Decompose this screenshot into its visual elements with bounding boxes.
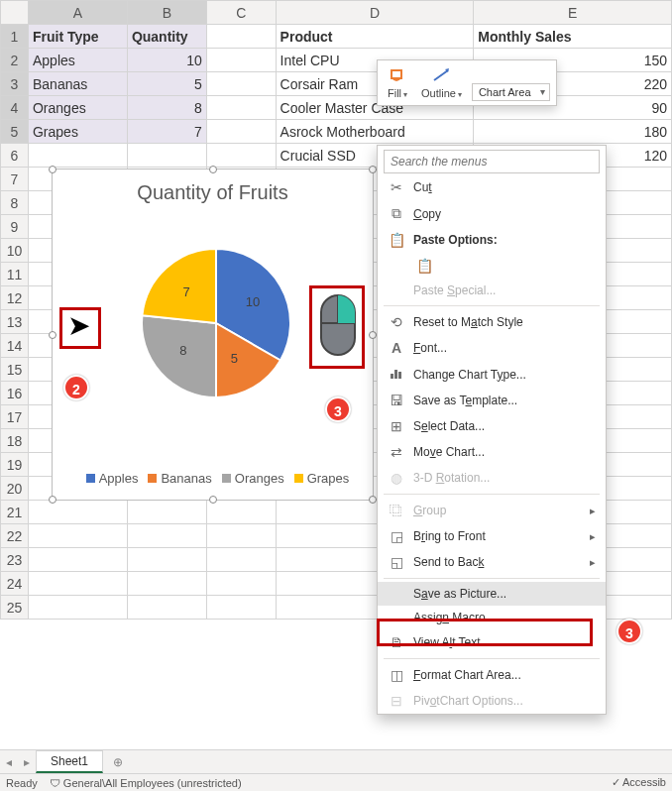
svg-rect-1 <box>391 374 393 379</box>
cell-E5[interactable]: 180 <box>474 120 672 144</box>
cell-B24[interactable] <box>127 572 206 596</box>
tab-nav-prev[interactable]: ◂ <box>0 755 18 769</box>
cell-A1[interactable]: Fruit Type <box>28 25 127 49</box>
row-header-14[interactable]: 14 <box>1 334 29 358</box>
sheet-tab[interactable]: Sheet1 <box>36 750 103 773</box>
select-all-corner[interactable] <box>1 1 29 25</box>
outline-button[interactable]: Outline <box>417 64 466 101</box>
cell-B25[interactable] <box>127 596 206 620</box>
cell-C22[interactable] <box>206 524 276 548</box>
menu-search[interactable] <box>384 150 600 173</box>
cell-C21[interactable] <box>206 501 276 524</box>
cell-C3[interactable] <box>206 72 276 96</box>
cell-B5[interactable]: 7 <box>127 120 206 144</box>
fill-button[interactable]: Fill <box>384 64 411 101</box>
row-header-7[interactable]: 7 <box>1 168 29 191</box>
menu-cut[interactable]: ✂ Cut <box>378 174 606 200</box>
cell-B21[interactable] <box>127 501 206 524</box>
row-header-4[interactable]: 4 <box>1 96 29 120</box>
cell-D5[interactable]: Asrock Motherboard <box>276 120 474 144</box>
row-header-20[interactable]: 20 <box>1 477 29 501</box>
cell-B3[interactable]: 5 <box>127 72 206 96</box>
menu-copy[interactable]: ⧉ Copy <box>378 200 606 227</box>
menu-format-chart-area[interactable]: ◫ Format Chart Area... <box>378 662 606 688</box>
cell-C5[interactable] <box>206 120 276 144</box>
row-header-24[interactable]: 24 <box>1 572 29 596</box>
cell-B2[interactable]: 10 <box>127 49 206 72</box>
row-header-9[interactable]: 9 <box>1 215 29 239</box>
add-sheet-button[interactable]: ⊕ <box>103 755 133 769</box>
chart-legend[interactable]: ApplesBananasOrangesGrapes <box>53 471 373 486</box>
cell-C23[interactable] <box>206 548 276 572</box>
legend-item-bananas[interactable]: Bananas <box>161 471 211 486</box>
row-header-5[interactable]: 5 <box>1 120 29 144</box>
cell-A4[interactable]: Oranges <box>28 96 127 120</box>
cell-C6[interactable] <box>206 144 276 168</box>
row-header-19[interactable]: 19 <box>1 453 29 477</box>
menu-move-chart[interactable]: ⇄ Move Chart... <box>378 439 606 465</box>
cell-A25[interactable] <box>28 596 127 620</box>
row-header-17[interactable]: 17 <box>1 405 29 429</box>
cell-B4[interactable]: 8 <box>127 96 206 120</box>
cell-B23[interactable] <box>127 548 206 572</box>
row-header-11[interactable]: 11 <box>1 263 29 286</box>
menu-save-template[interactable]: 🖫 Save as Template... <box>378 388 606 413</box>
cell-A24[interactable] <box>28 572 127 596</box>
cell-E1[interactable]: Monthly Sales <box>474 25 672 49</box>
pie-chart[interactable] <box>137 244 295 402</box>
legend-item-apples[interactable]: Apples <box>99 471 139 486</box>
row-header-23[interactable]: 23 <box>1 548 29 572</box>
legend-item-grapes[interactable]: Grapes <box>307 471 350 486</box>
row-header-6[interactable]: 6 <box>1 144 29 168</box>
chart-element-dropdown[interactable]: Chart Area <box>472 83 550 101</box>
row-header-10[interactable]: 10 <box>1 239 29 263</box>
menu-change-chart-type[interactable]: Change Chart Type... <box>378 361 606 388</box>
cell-C4[interactable] <box>206 96 276 120</box>
cell-B6[interactable] <box>127 144 206 168</box>
row-header-2[interactable]: 2 <box>1 49 29 72</box>
row-header-8[interactable]: 8 <box>1 191 29 215</box>
row-header-15[interactable]: 15 <box>1 358 29 382</box>
col-header-E[interactable]: E <box>474 1 672 25</box>
col-header-A[interactable]: A <box>28 1 127 25</box>
cell-C24[interactable] <box>206 572 276 596</box>
row-header-3[interactable]: 3 <box>1 72 29 96</box>
cell-C1[interactable] <box>206 25 276 49</box>
row-header-21[interactable]: 21 <box>1 501 29 524</box>
row-header-18[interactable]: 18 <box>1 429 29 453</box>
tab-nav-next[interactable]: ▸ <box>18 755 36 769</box>
cell-A3[interactable]: Bananas <box>28 72 127 96</box>
row-header-13[interactable]: 13 <box>1 310 29 334</box>
cell-A2[interactable]: Apples <box>28 49 127 72</box>
cell-B22[interactable] <box>127 524 206 548</box>
col-header-D[interactable]: D <box>276 1 474 25</box>
cell-C2[interactable] <box>206 49 276 72</box>
cell-A21[interactable] <box>28 501 127 524</box>
menu-search-input[interactable] <box>385 151 599 172</box>
menu-assign-macro[interactable]: Assign Macro... <box>378 606 606 629</box>
status-accessibility[interactable]: ✓ Accessib <box>612 776 666 789</box>
legend-item-oranges[interactable]: Oranges <box>235 471 284 486</box>
row-header-1[interactable]: 1 <box>1 25 29 49</box>
row-header-22[interactable]: 22 <box>1 524 29 548</box>
menu-reset-style[interactable]: ⟲ Reset to Match Style <box>378 309 606 335</box>
cell-A6[interactable] <box>28 144 127 168</box>
menu-font[interactable]: A Font... <box>378 335 606 361</box>
row-header-12[interactable]: 12 <box>1 286 29 310</box>
cell-A5[interactable]: Grapes <box>28 120 127 144</box>
menu-send-back[interactable]: ◱ Send to Back <box>378 549 606 575</box>
cell-B1[interactable]: Quantity <box>127 25 206 49</box>
col-header-B[interactable]: B <box>127 1 206 25</box>
menu-alt-text[interactable]: 🗎 View Alt Text... <box>378 629 606 655</box>
cell-C25[interactable] <box>206 596 276 620</box>
col-header-C[interactable]: C <box>206 1 276 25</box>
cell-A22[interactable] <box>28 524 127 548</box>
menu-bring-front[interactable]: ◲ Bring to Front <box>378 523 606 549</box>
menu-save-as-picture[interactable]: Save as Picture... <box>378 582 606 606</box>
chart-title[interactable]: Quantity of Fruits <box>53 170 373 212</box>
row-header-25[interactable]: 25 <box>1 596 29 620</box>
cell-A23[interactable] <box>28 548 127 572</box>
menu-select-data[interactable]: ⊞ Select Data... <box>378 413 606 439</box>
cell-D1[interactable]: Product <box>276 25 474 49</box>
row-header-16[interactable]: 16 <box>1 382 29 405</box>
